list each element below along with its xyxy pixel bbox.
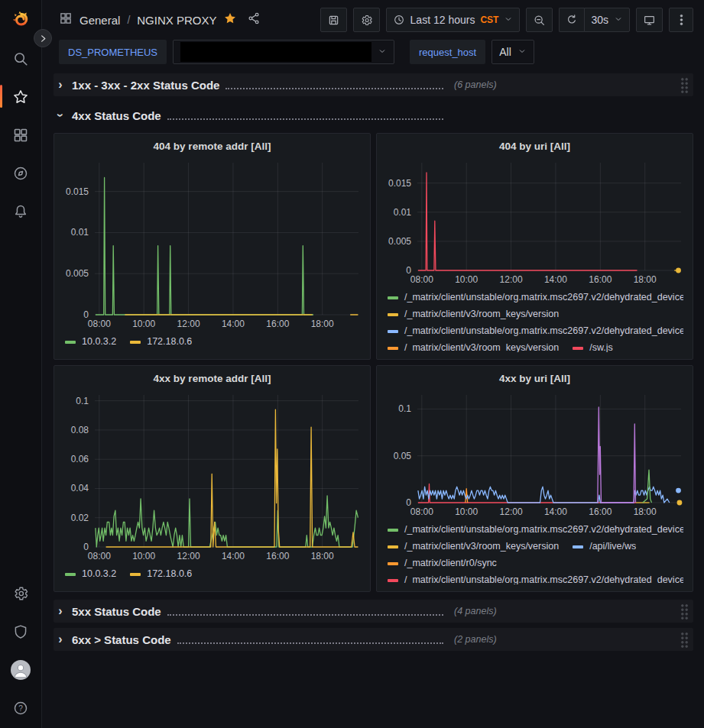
legend-item[interactable]: /_matrix/client/unstable/org.matrix.msc2…: [388, 523, 683, 536]
svg-text:0.015: 0.015: [66, 186, 89, 197]
breadcrumb-dashboard-title[interactable]: NGINX PROXY: [137, 14, 216, 27]
panel-count: (2 panels): [454, 634, 497, 645]
svg-text:18:00: 18:00: [311, 319, 334, 329]
legend-swatch: [388, 562, 398, 565]
sidebar-item-help[interactable]: ?: [0, 699, 42, 717]
zoom-out-time-button[interactable]: [526, 8, 553, 32]
svg-text:16:00: 16:00: [589, 274, 612, 285]
svg-text:08:00: 08:00: [410, 506, 433, 517]
share-icon[interactable]: [247, 11, 261, 28]
svg-text:0.06: 0.06: [71, 454, 89, 464]
panel-title[interactable]: 404 by remote addr [All]: [56, 138, 368, 157]
chevron-right-icon: ›: [55, 633, 66, 646]
row-title: 6xx > Status Code: [72, 633, 171, 646]
svg-text:0: 0: [406, 265, 411, 276]
svg-text:12:00: 12:00: [500, 274, 523, 285]
svg-text:16:00: 16:00: [266, 319, 289, 329]
redacted-value: [180, 42, 371, 62]
legend-label: /_matrix/client/v3/room_keys/version: [404, 341, 559, 352]
breadcrumb-section[interactable]: General: [79, 14, 120, 27]
legend-swatch: [130, 573, 141, 576]
timezone-label: CST: [480, 15, 498, 25]
legend-swatch: [388, 579, 398, 582]
panel-count: (6 panels): [454, 79, 497, 90]
timeseries-chart[interactable]: 08:0010:0012:0014:0016:0018:0000.0050.01…: [381, 157, 689, 286]
legend-label: 172.18.0.6: [147, 335, 192, 348]
chevron-right-icon: ›: [55, 78, 66, 92]
svg-text:0.08: 0.08: [71, 425, 89, 435]
legend-item[interactable]: /_matrix/client/v3/room_keys/version: [388, 341, 559, 352]
refresh-interval-dropdown[interactable]: 30s: [584, 8, 630, 32]
legend-item[interactable]: /_matrix/client/r0/sync: [388, 557, 497, 570]
sidebar-item-explore[interactable]: [0, 164, 42, 183]
row-title: 1xx - 3xx - 2xx Status Code: [72, 79, 219, 92]
sidebar-item-starred[interactable]: [0, 88, 42, 106]
legend-swatch: [388, 313, 398, 316]
legend-item[interactable]: /sw.js: [573, 341, 613, 352]
panel-title[interactable]: 4xx by uri [All]: [378, 370, 691, 389]
time-range-picker[interactable]: Last 12 hours CST: [386, 8, 521, 32]
timeseries-chart[interactable]: 08:0010:0012:0014:0016:0018:0000.020.040…: [58, 389, 366, 563]
sidebar-item-configuration[interactable]: [0, 584, 42, 603]
legend-item[interactable]: 10.0.3.2: [65, 568, 116, 581]
grafana-app: ? General / NGINX PROXY: [0, 0, 704, 728]
sidebar-item-server-admin[interactable]: [0, 623, 42, 641]
legend-item[interactable]: 172.18.0.6: [130, 335, 192, 348]
legend-item[interactable]: 10.0.3.2: [65, 335, 116, 348]
row-1xx-3xx-2xx-status-code[interactable]: › 1xx - 3xx - 2xx Status Code (6 panels): [54, 73, 693, 96]
datasource-variable-label[interactable]: DS_PROMETHEUS: [59, 40, 167, 64]
chart-legend: /_matrix/client/unstable/org.matrix.msc2…: [378, 519, 691, 584]
sidebar-item-alerting[interactable]: [0, 202, 42, 221]
drag-handle-icon[interactable]: [680, 77, 689, 93]
legend-item[interactable]: /api/live/ws: [573, 540, 636, 553]
timeseries-chart[interactable]: 08:0010:0012:0014:0016:0018:0000.050.1: [381, 389, 689, 519]
svg-text:10:00: 10:00: [132, 551, 155, 561]
top-toolbar: General / NGINX PROXY La: [42, 0, 704, 40]
grafana-logo-icon[interactable]: [10, 8, 31, 30]
row-4xx-status-code[interactable]: › 4xx Status Code: [54, 104, 693, 127]
svg-text:10:00: 10:00: [455, 274, 478, 285]
request-host-variable-label[interactable]: request_host: [410, 40, 485, 64]
more-options-kebab-button[interactable]: [669, 8, 693, 32]
sidebar-item-dashboards[interactable]: [0, 126, 42, 144]
kiosk-mode-button[interactable]: [636, 8, 663, 32]
svg-text:0: 0: [83, 309, 89, 320]
row-5xx-status-code[interactable]: › 5xx Status Code (4 panels): [54, 600, 693, 623]
drag-handle-icon[interactable]: [680, 632, 689, 648]
timeseries-chart[interactable]: 08:0010:0012:0014:0016:0018:0000.0050.01…: [58, 157, 366, 331]
request-host-value: All: [499, 46, 511, 58]
chevron-down-icon: [614, 14, 623, 26]
svg-text:0.005: 0.005: [66, 268, 89, 279]
svg-text:10:00: 10:00: [455, 506, 478, 517]
sidebar-item-profile[interactable]: [0, 661, 42, 679]
legend-label: /_matrix/client/unstable/org.matrix.msc2…: [404, 574, 683, 584]
legend-item[interactable]: /_matrix/client/v3/room_keys/version: [388, 308, 559, 321]
legend-item[interactable]: /_matrix/client/unstable/org.matrix.msc2…: [388, 291, 683, 304]
sidebar-expand-button[interactable]: [34, 29, 52, 47]
svg-text:0.01: 0.01: [71, 227, 89, 238]
row-6xx-status-code[interactable]: › 6xx > Status Code (2 panels): [54, 628, 693, 651]
datasource-variable-select[interactable]: [173, 40, 394, 64]
dashboard-scroll-area[interactable]: › 1xx - 3xx - 2xx Status Code (6 panels)…: [42, 69, 704, 728]
legend-item[interactable]: /_matrix/client/unstable/org.matrix.msc2…: [388, 574, 683, 584]
request-host-variable-select[interactable]: All: [492, 40, 534, 64]
favorite-star-icon[interactable]: [223, 11, 237, 28]
row-title: 5xx Status Code: [72, 605, 161, 618]
svg-text:14:00: 14:00: [222, 551, 245, 561]
refresh-button[interactable]: [559, 8, 584, 32]
dashboard-settings-button[interactable]: [353, 8, 380, 32]
legend-item[interactable]: /_matrix/client/v3/room_keys/version: [388, 540, 559, 553]
panel-title[interactable]: 4xx by remote addr [All]: [56, 370, 368, 389]
legend-label: 172.18.0.6: [147, 568, 192, 581]
legend-swatch: [130, 341, 141, 344]
legend-item[interactable]: /_matrix/client/unstable/org.matrix.msc2…: [388, 325, 683, 338]
legend-label: /api/live/ws: [589, 540, 636, 553]
legend-label: 10.0.3.2: [82, 335, 116, 348]
drag-handle-icon[interactable]: [680, 603, 689, 620]
legend-item[interactable]: 172.18.0.6: [130, 568, 192, 581]
legend-label: /_matrix/client/v3/room_keys/version: [404, 308, 559, 321]
save-dashboard-button[interactable]: [320, 8, 347, 32]
clock-icon: [393, 14, 405, 26]
sidebar-item-search[interactable]: [0, 50, 42, 68]
panel-title[interactable]: 404 by uri [All]: [378, 138, 691, 157]
